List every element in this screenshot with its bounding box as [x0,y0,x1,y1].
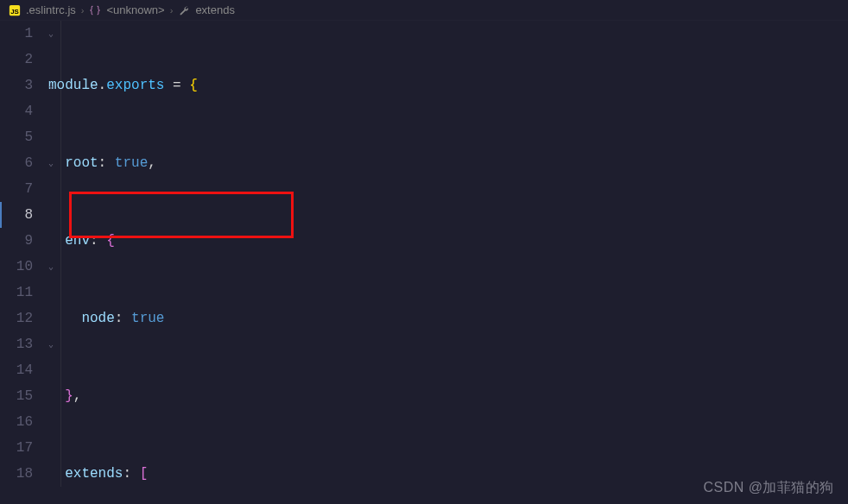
code-line[interactable]: }, [48,383,848,409]
code-line[interactable]: root: true, [48,150,848,176]
line-number: 16 [0,409,33,435]
line-number: 7 [0,176,33,202]
line-number: 13 [0,331,33,357]
breadcrumb-segment[interactable]: extends [195,3,235,16]
fold-chevron-icon[interactable]: ⌄ [45,331,57,357]
fold-chevron-icon[interactable]: ⌄ [45,21,57,47]
svg-text:JS: JS [10,8,19,16]
line-number-gutter: 1 2 3 4 5 6 7 8 9 10 11 12 13 14 15 16 1… [0,21,48,504]
line-number: 3 [0,72,33,98]
code-line[interactable]: extends: [ [48,461,848,487]
line-number: 1 [0,21,33,47]
line-number: 6 [0,150,33,176]
line-number: 4 [0,98,33,124]
wrench-icon [178,3,190,16]
line-number: 14 [0,357,33,383]
line-number: 2 [0,47,33,72]
line-number: 11 [0,280,33,306]
code-line[interactable]: node: true [48,306,848,331]
line-number: 12 [0,306,33,331]
code-line[interactable]: env: { [48,228,848,254]
breadcrumb-segment[interactable]: <unknown> [106,3,164,16]
fold-chevron-icon[interactable]: ⌄ [45,150,57,176]
code-line[interactable]: module.exports = { [48,72,848,98]
fold-chevron-icon[interactable]: ⌄ [45,254,57,280]
line-number: 9 [0,228,33,254]
line-number: 5 [0,124,33,150]
breadcrumb-file[interactable]: .eslintrc.js [26,3,76,16]
braces-icon [89,3,101,16]
chevron-right-icon: › [81,5,85,16]
line-number: 18 [0,461,33,487]
line-number: 10 [0,254,33,280]
line-number: 17 [0,435,33,461]
code-editor[interactable]: ⌄ ⌄ ⌄ ⌄ ⌄ 1 2 3 4 5 6 7 8 9 10 11 12 13 … [0,21,848,504]
line-number: 15 [0,383,33,409]
fold-chevron-icon[interactable]: ⌄ [45,72,57,98]
chevron-right-icon: › [170,5,174,16]
breadcrumb[interactable]: JS .eslintrc.js › <unknown> › extends [0,0,848,21]
code-area[interactable]: module.exports = { root: true, env: { no… [48,21,848,504]
js-file-icon: JS [9,3,21,16]
